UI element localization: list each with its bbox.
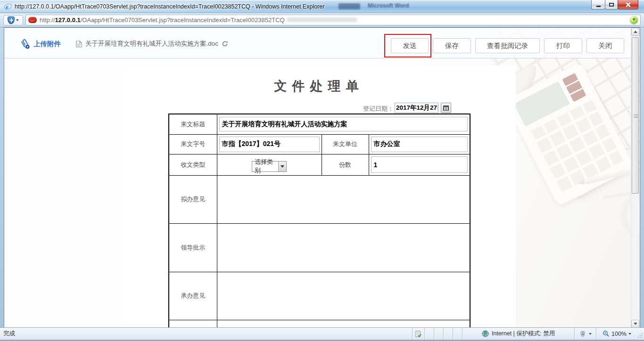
resize-grip[interactable] [637, 328, 644, 340]
browser-window: e http://127.0.0.1/OAapp/HtTrace0703Serv… [0, 0, 644, 341]
incoming-title-cell: 关于开展培育文明有礼城开人活动实施方案 [217, 114, 470, 134]
arrow-down-icon [634, 323, 637, 325]
security-zone-text: Internet | 保护模式: 禁用 [492, 330, 555, 338]
status-bar: 完成 Internet | 保护模式: 禁用 [0, 327, 644, 340]
sending-unit-label: 来文单位 [322, 134, 369, 154]
close-icon [625, 2, 631, 8]
upload-attachment-label: 上传附件 [33, 40, 61, 49]
proposed-opinion-cell[interactable] [217, 175, 470, 223]
titlebar[interactable]: e http://127.0.0.1/OAapp/HtTrace0703Serv… [0, 0, 644, 13]
url-prefix: http:// [40, 16, 55, 24]
document-icon [76, 41, 82, 48]
close-window-button[interactable] [618, 0, 638, 9]
refresh-icon[interactable] [222, 41, 228, 47]
save-button[interactable]: 保存 [433, 38, 471, 53]
zoom-cell[interactable]: 100% [596, 328, 637, 340]
shield-plus-icon [8, 16, 15, 24]
url-host: 127.0.0.1 [55, 16, 81, 24]
copies-input[interactable]: 1 [371, 156, 468, 173]
table-row: 拟办意见 [169, 175, 470, 223]
ie-logo-icon: e [4, 2, 12, 11]
leader-note-label: 领导批示 [169, 223, 217, 272]
register-date-input[interactable]: 2017年12月27日 [395, 103, 438, 113]
calendar-button[interactable] [441, 103, 451, 113]
scroll-thumb[interactable] [632, 37, 639, 194]
safety-plugin-icon[interactable] [630, 16, 638, 24]
window-controls [592, 0, 638, 9]
table-row [169, 320, 470, 327]
print-button[interactable]: 打印 [544, 38, 582, 53]
paperclip-icon [20, 39, 30, 49]
leader-note-cell[interactable] [217, 223, 470, 272]
handler-opinion-label: 承办意见 [169, 272, 217, 320]
upload-attachment-link[interactable]: 上传附件 [20, 39, 61, 49]
site-favicon-icon [28, 17, 37, 23]
form-title: 文件处理单 [122, 78, 516, 95]
view-records-button[interactable]: 查看批阅记录 [475, 38, 540, 53]
status-cell [453, 328, 462, 340]
clipped-row-label [169, 320, 217, 327]
incoming-title-label: 来文标题 [169, 114, 217, 134]
page-content: 上传附件 关于开展培育文明有礼城开人活动实施方案.doc 发送 保存 查看批阅记… [4, 27, 640, 327]
receipt-type-value: 选择类别 [252, 158, 278, 175]
attachment-doc-name[interactable]: 关于开展培育文明有礼城开人活动实施方案.doc [85, 40, 218, 48]
copies-cell: 1 [369, 154, 470, 175]
toolbar-band: 上传附件 关于开展培育文明有礼城开人活动实施方案.doc 发送 保存 查看批阅记… [4, 28, 640, 58]
page-check-icon [415, 331, 421, 337]
url-field[interactable]: http://127.0.0.1/OAapp/HtTrace0703Servle… [25, 15, 641, 25]
doc-number-label: 来文字号 [169, 134, 217, 154]
maximize-icon [609, 3, 614, 7]
chevron-down-icon [16, 19, 19, 21]
table-row: 收文类型 选择类别 份数 1 [169, 154, 470, 175]
zoom-level: 100% [611, 331, 627, 337]
zoom-magnifier-icon [603, 330, 610, 337]
window-title: http://127.0.0.1/OAapp/HtTrace0703Servle… [15, 3, 324, 10]
clipped-row-cell [217, 320, 470, 327]
background-window-ghost [339, 3, 360, 9]
table-row: 承办意见 [169, 272, 470, 320]
privacy-shield-icon [579, 331, 587, 337]
select-dropdown-button[interactable] [278, 162, 286, 171]
receipt-type-cell: 选择类别 [217, 154, 322, 175]
copies-label: 份数 [322, 154, 369, 175]
address-bar: http://127.0.0.1/OAapp/HtTrace0703Servle… [0, 13, 644, 27]
sending-unit-cell: 市办公室 [369, 134, 470, 154]
status-cell [424, 328, 434, 340]
proposed-opinion-label: 拟办意见 [169, 175, 217, 223]
minimize-button[interactable] [591, 0, 605, 9]
security-zone-cell[interactable]: Internet | 保护模式: 禁用 [462, 328, 574, 340]
background-window-ghost-text: Microsoft Word [368, 2, 409, 10]
receipt-type-select[interactable]: 选择类别 [252, 161, 287, 172]
svg-text:e: e [6, 3, 8, 10]
send-button[interactable]: 发送 [391, 38, 429, 53]
scroll-down-button[interactable] [631, 320, 639, 327]
doc-number-cell: 市指【2017】021号 [217, 134, 322, 154]
document-table: 来文标题 关于开展培育文明有礼城开人活动实施方案 来文字号 市指【2017】02… [168, 114, 471, 327]
globe-icon [482, 330, 489, 337]
thumb-grip-icon [634, 114, 638, 118]
register-date-label: 登记日期： [122, 105, 394, 113]
window-frame-left [0, 27, 4, 340]
address-ghost-smudge [287, 17, 357, 22]
incoming-title-input[interactable]: 关于开展培育文明有礼城开人活动实施方案 [219, 117, 468, 131]
arrow-up-icon [634, 31, 637, 33]
maximize-button[interactable] [605, 0, 618, 9]
vertical-scrollbar[interactable] [631, 28, 639, 327]
url-path: /OAapp/HtTrace0703Servlet.jsp?traceInsta… [81, 16, 285, 24]
close-page-button[interactable]: 关闭 [586, 38, 624, 53]
scroll-up-button[interactable] [631, 28, 639, 36]
page-check-cell[interactable] [412, 328, 424, 340]
window-frame-right [640, 27, 644, 340]
status-cell [443, 328, 453, 340]
minimize-icon [596, 6, 601, 7]
compatibility-shield-button[interactable] [3, 15, 23, 25]
status-text: 完成 [0, 330, 412, 338]
privacy-cell[interactable] [574, 328, 596, 340]
calendar-icon [443, 106, 449, 111]
table-row: 领导批示 [169, 223, 470, 272]
doc-number-input[interactable]: 市指【2017】021号 [219, 137, 320, 152]
sending-unit-input[interactable]: 市办公室 [371, 137, 468, 152]
table-row: 来文字号 市指【2017】021号 来文单位 市办公室 [169, 134, 470, 154]
handler-opinion-cell[interactable] [217, 272, 470, 320]
table-row: 来文标题 关于开展培育文明有礼城开人活动实施方案 [169, 114, 470, 134]
